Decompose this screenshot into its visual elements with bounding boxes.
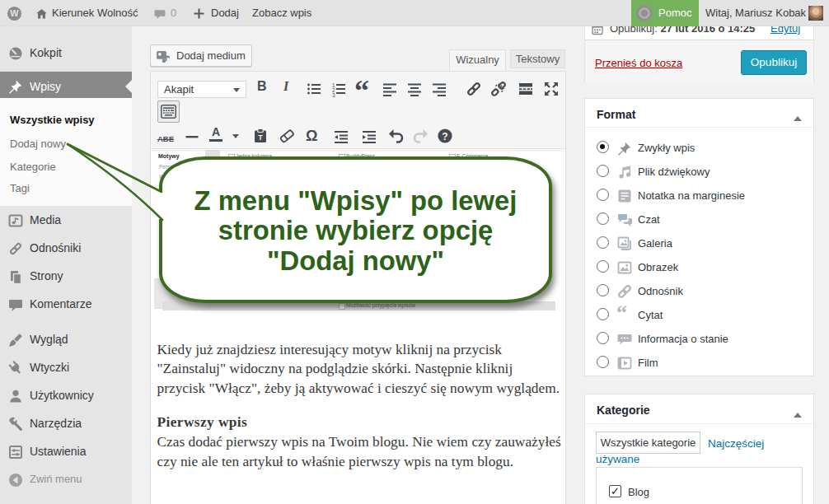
svg-text:3: 3	[332, 92, 335, 98]
svg-text:?: ?	[442, 131, 447, 142]
svg-text:W: W	[10, 8, 19, 18]
svg-text:T: T	[258, 133, 263, 142]
